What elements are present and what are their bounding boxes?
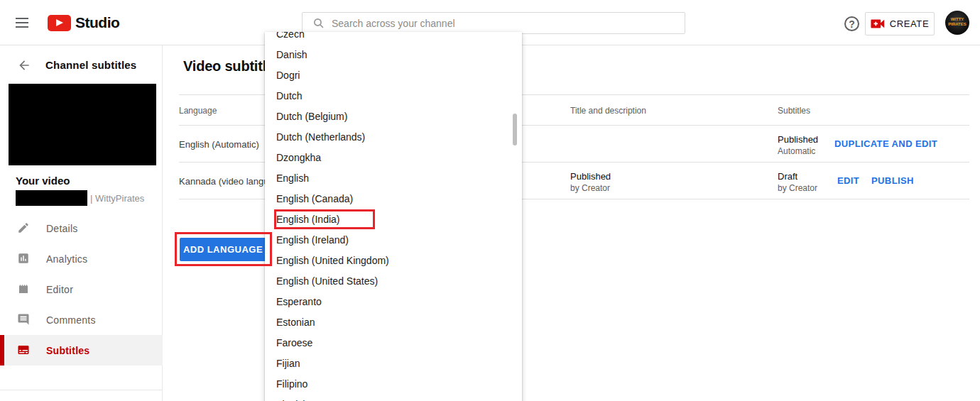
dropdown-item[interactable]: Filipino — [265, 374, 522, 395]
youtube-logo-icon[interactable] — [48, 15, 71, 31]
sidebar-item-analytics[interactable]: Analytics — [0, 243, 163, 274]
sidebar-item-label: Subtitles — [46, 345, 89, 356]
dropdown-item[interactable]: Finnish — [265, 395, 522, 401]
video-title-redacted — [16, 190, 87, 206]
sidebar-item-label: Editor — [46, 284, 73, 295]
sidebar-item-subtitles[interactable]: Subtitles — [0, 335, 163, 366]
sidebar-item-comments[interactable]: Comments — [0, 304, 163, 335]
dropdown-item[interactable]: Dogri — [265, 65, 522, 86]
video-thumbnail-redacted — [9, 84, 156, 165]
dropdown-scrollbar-thumb[interactable] — [513, 114, 517, 145]
subtitles-status: Draft — [778, 171, 817, 182]
search-input[interactable] — [332, 18, 644, 29]
language-dropdown-list: Czech Danish Dogri Dutch Dutch (Belgium)… — [265, 32, 522, 401]
language-dropdown: Czech Danish Dogri Dutch Dutch (Belgium)… — [265, 32, 522, 401]
sidebar-divider — [0, 390, 163, 390]
your-video-heading: Your video — [16, 175, 70, 187]
dropdown-item[interactable]: Dutch (Belgium) — [265, 106, 522, 127]
create-button-label: CREATE — [890, 18, 929, 29]
row1-language[interactable]: English (Automatic) — [179, 139, 259, 150]
back-label: Channel subtitles — [45, 59, 136, 71]
sidebar: Channel subtitles Your video | WittyPira… — [0, 45, 163, 401]
row2-subtitles-status: Draft by Creator — [778, 171, 817, 194]
avatar-text-line1: WITTY — [951, 17, 964, 21]
dropdown-item[interactable]: Danish — [265, 45, 522, 65]
row2-title-status: Published by Creator — [570, 171, 611, 194]
avatar-text-line2: PIRATES — [948, 22, 967, 26]
dropdown-item[interactable]: Dutch — [265, 86, 522, 106]
dropdown-item[interactable]: Faroese — [265, 333, 522, 353]
dropdown-item[interactable]: Dutch (Netherlands) — [265, 127, 522, 148]
video-owner-label: | WittyPirates — [90, 193, 144, 204]
sidebar-item-editor[interactable]: Editor — [0, 274, 163, 304]
video-camera-plus-icon — [871, 18, 885, 29]
title-status: Published — [570, 171, 611, 182]
edit-link[interactable]: EDIT — [837, 175, 859, 186]
sidebar-item-label: Analytics — [46, 253, 87, 265]
dropdown-item[interactable]: Dzongkha — [265, 148, 522, 168]
help-icon[interactable]: ? — [844, 16, 859, 31]
publish-link[interactable]: PUBLISH — [871, 175, 914, 186]
dropdown-item-english-india[interactable]: English (India) — [265, 209, 522, 230]
dropdown-item[interactable]: English (United Kingdom) — [265, 251, 522, 271]
back-to-channel-subtitles[interactable]: Channel subtitles — [0, 55, 163, 75]
dropdown-item[interactable]: English — [265, 168, 522, 189]
dropdown-item[interactable]: English (United States) — [265, 271, 522, 292]
film-flag-icon — [17, 282, 30, 295]
bar-chart-icon — [17, 252, 30, 265]
column-header-title-description: Title and description — [570, 106, 646, 116]
sidebar-nav: Details Analytics Editor Comments Subtit… — [0, 213, 163, 366]
subtitles-icon — [17, 344, 30, 356]
subtitles-by: Automatic — [778, 145, 818, 157]
studio-logo-text[interactable]: Studio — [75, 14, 119, 31]
dropdown-item[interactable]: Czech — [265, 32, 522, 45]
dropdown-item[interactable]: English (Ireland) — [265, 230, 522, 251]
column-header-language: Language — [179, 106, 217, 116]
sidebar-item-details[interactable]: Details — [0, 213, 163, 243]
pencil-icon — [17, 221, 30, 234]
add-language-button[interactable]: ADD LANGUAGE — [180, 238, 266, 261]
comment-icon — [17, 313, 30, 326]
create-button[interactable]: CREATE — [865, 12, 935, 35]
title-by: by Creator — [570, 182, 611, 194]
dropdown-item[interactable]: Fijian — [265, 353, 522, 374]
subtitles-status: Published — [778, 134, 818, 145]
back-arrow-icon — [17, 58, 31, 72]
column-header-subtitles: Subtitles — [778, 106, 810, 116]
dropdown-item[interactable]: English (Canada) — [265, 189, 522, 209]
sidebar-item-label: Comments — [46, 314, 96, 326]
hamburger-menu-icon[interactable] — [16, 18, 28, 28]
sidebar-item-label: Details — [46, 223, 78, 234]
account-avatar[interactable]: WITTY PIRATES — [945, 11, 969, 35]
subtitles-by: by Creator — [778, 182, 817, 194]
duplicate-and-edit-link[interactable]: DUPLICATE AND EDIT — [834, 138, 937, 149]
channel-search-box[interactable] — [302, 12, 685, 34]
search-icon — [312, 17, 325, 29]
row1-subtitles-status: Published Automatic — [778, 134, 818, 157]
dropdown-item[interactable]: Estonian — [265, 312, 522, 333]
dropdown-item[interactable]: Esperanto — [265, 292, 522, 312]
